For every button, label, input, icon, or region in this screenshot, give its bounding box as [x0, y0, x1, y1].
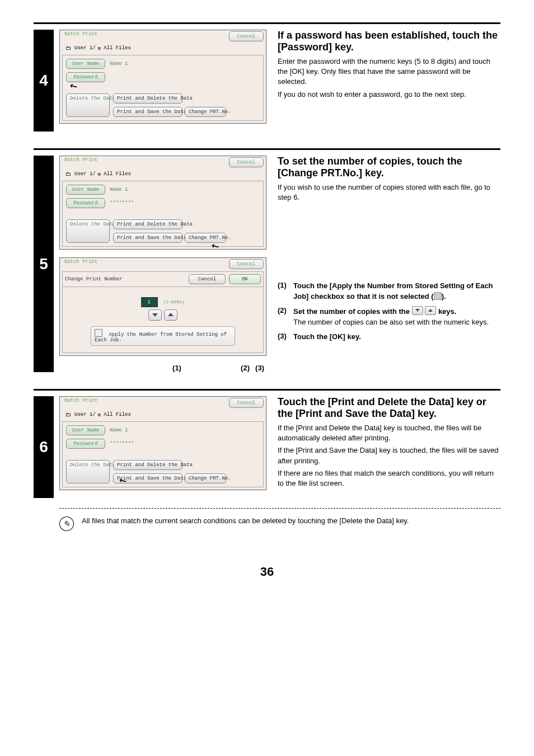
step5-text1: If you wish to use the number of copies … [278, 182, 500, 203]
gear-icon [98, 171, 101, 177]
dialog-title: Batch Print [64, 398, 97, 403]
username-value: Name 1 [107, 428, 128, 433]
step6-title: Touch the [Print and Delete the Data] ke… [278, 396, 500, 420]
step-6-number: 6 [34, 396, 54, 498]
sub1-text-b: ). [442, 292, 446, 300]
up-arrow-icon [425, 306, 436, 315]
folder-icon [65, 45, 72, 51]
ok-button[interactable]: OK [229, 274, 261, 284]
dialog-title: Batch Print [64, 31, 97, 37]
print-delete-button[interactable]: Print and Delete the Data [113, 93, 182, 104]
print-save-button[interactable]: Print and Save the Data [113, 107, 182, 117]
callout-1: (1) [149, 364, 205, 372]
gear-icon [98, 412, 101, 418]
crumb-user: User 1/ [74, 171, 96, 177]
password-value: ******** [107, 200, 134, 206]
print-save-button[interactable]: Print and Save the Data [113, 233, 182, 243]
step4-title: If a password has been established, touc… [278, 30, 500, 53]
cancel-button[interactable]: Cancel [229, 259, 264, 269]
step4-text2: If you do not wish to enter a password, … [278, 90, 500, 100]
delete-data-button[interactable]: Delete the Data [66, 460, 110, 483]
note-row: ✎ All files that match the current searc… [59, 516, 500, 531]
username-value: Name 1 [107, 61, 128, 67]
cancel-button[interactable]: Cancel [229, 157, 264, 167]
step6-text1: If the [Print and Delete the Data] key i… [278, 423, 500, 443]
print-delete-button[interactable]: Print and Delete the Data [113, 460, 182, 470]
step5-title: To set the number of copies, touch the [… [278, 156, 500, 179]
step-5-block: 5 Batch Print Cancel User 1/ All Files U… [34, 156, 500, 372]
callout-row: (1) (2) (3) [59, 364, 266, 372]
password-value: ******** [107, 441, 134, 447]
gear-icon [98, 45, 101, 51]
step-4-block: 4 Batch Print Cancel User 1/ All Files U… [34, 30, 500, 132]
username-button[interactable]: User Name [66, 185, 105, 195]
step6-dialog: Batch Print Cancel User 1/ All Files Use… [59, 396, 266, 490]
change-prtno-button[interactable]: Change PRT.No. [185, 107, 226, 117]
sub1-text-a: Touch the [Apply the Number from Stored … [293, 281, 493, 300]
change-prtno-button[interactable]: Change PRT.No. [185, 233, 226, 243]
step-6-block: 6 Batch Print Cancel User 1/ All Files U… [34, 396, 500, 498]
note-text: All files that match the current search … [82, 516, 409, 525]
sub1-title: Touch the [Apply the Number from Stored … [293, 281, 500, 301]
increment-button[interactable] [164, 309, 177, 321]
page-number: 36 [34, 565, 500, 579]
checkbox-icon [434, 292, 442, 300]
print-save-button[interactable]: Print and Save the Data [113, 473, 182, 483]
subdialog-title: Change Print Number [65, 276, 123, 282]
delete-data-button[interactable]: Delete the Data [66, 219, 110, 243]
crumb-files: All Files [104, 412, 131, 417]
crumb-user: User 1/ [74, 45, 96, 51]
sub2-num: (2) [278, 306, 293, 327]
step6-text2: If the [Print and Save the Data] key is … [278, 445, 500, 466]
step5-dialog-a: Batch Print Cancel User 1/ All Files Use… [59, 156, 266, 250]
crumb-files: All Files [104, 45, 131, 51]
step6-text3: If there are no files that match the sea… [278, 468, 500, 489]
callout-2: (2) [205, 364, 250, 372]
crumb-user: User 1/ [74, 412, 96, 417]
sub2-text: The number of copies can be also set wit… [293, 318, 489, 326]
note-icon: ✎ [58, 515, 75, 532]
username-button[interactable]: User Name [66, 59, 105, 69]
username-value: Name 1 [107, 187, 128, 192]
sub-cancel-button[interactable]: Cancel [189, 274, 226, 284]
cancel-button[interactable]: Cancel [229, 31, 264, 41]
step5-dialog-b: Batch Print Cancel Change Print Number C… [59, 257, 266, 356]
step-4-number: 4 [34, 30, 54, 132]
password-button[interactable]: Password [66, 72, 105, 82]
breadcrumb: User 1/ All Files [61, 410, 265, 421]
down-arrow-icon [412, 306, 423, 315]
step-5-number: 5 [34, 156, 54, 372]
copies-range: (1~9999) [163, 299, 184, 304]
decrement-button[interactable] [148, 309, 162, 321]
dashed-rule [59, 508, 500, 509]
sub1-num: (1) [278, 281, 293, 301]
password-button[interactable]: Password [66, 439, 105, 449]
cancel-button[interactable]: Cancel [229, 398, 264, 408]
sub2-text-b: keys. [436, 307, 456, 316]
step4-text1: Enter the password with the numeric keys… [278, 57, 500, 87]
dialog-title: Batch Print [64, 157, 97, 163]
folder-icon [65, 411, 72, 418]
apply-checkbox[interactable] [95, 329, 102, 337]
dialog-title: Batch Print [64, 259, 97, 265]
breadcrumb: User 1/ All Files [61, 44, 265, 55]
change-prtno-button[interactable]: Change PRT.No. [185, 473, 226, 483]
username-button[interactable]: User Name [66, 425, 105, 435]
rule-5-6 [34, 389, 500, 391]
folder-icon [65, 171, 72, 177]
print-delete-button[interactable]: Print and Delete the Data [113, 219, 182, 229]
apply-label: Apply the Number from Stored Setting of … [95, 332, 227, 343]
sub3-title: Touch the [OK] key. [293, 332, 500, 342]
callout-3: (3) [250, 364, 264, 372]
sub2-title: Set the number of copies with the keys. [293, 307, 456, 316]
password-button[interactable]: Password [66, 198, 105, 208]
step4-dialog: Batch Print Cancel User 1/ All Files Use… [59, 30, 266, 124]
top-rule [34, 22, 500, 24]
sub2-text-a: Set the number of copies with the [293, 307, 412, 316]
rule-4-5 [34, 148, 500, 150]
crumb-files: All Files [104, 171, 131, 177]
delete-data-button[interactable]: Delete the Data [66, 93, 110, 117]
copies-display: 1 [141, 297, 157, 307]
sub3-num: (3) [278, 332, 293, 342]
breadcrumb: User 1/ All Files [61, 170, 265, 181]
